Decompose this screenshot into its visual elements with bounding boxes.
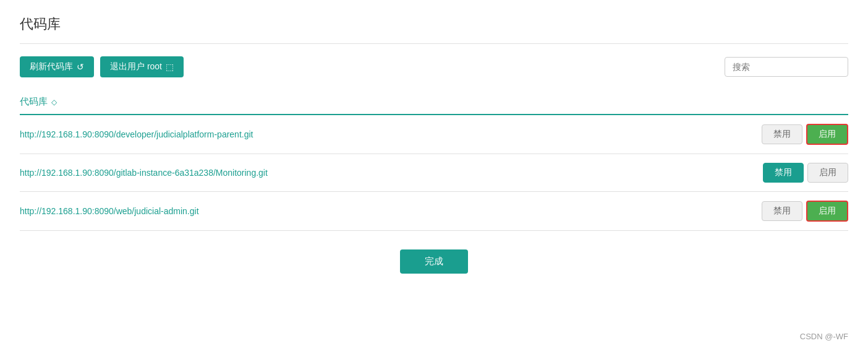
footer-text: CSDN @-WF xyxy=(800,332,848,341)
repo-url-3[interactable]: http://192.168.1.90:8090/web/judicial-ad… xyxy=(20,206,199,216)
enable-button-3[interactable]: 启用 xyxy=(806,201,848,222)
chevron-down-icon: ◇ xyxy=(51,98,57,106)
refresh-button[interactable]: 刷新代码库 ↺ xyxy=(20,56,94,77)
table-row: http://192.168.1.90:8090/gitlab-instance… xyxy=(20,154,848,192)
toolbar-left: 刷新代码库 ↺ 退出用户 root ⬚ xyxy=(20,56,184,77)
page-title: 代码库 xyxy=(20,15,848,33)
logout-label: 退出用户 root xyxy=(110,61,162,72)
page-divider xyxy=(20,43,848,44)
refresh-label: 刷新代码库 xyxy=(30,61,73,72)
disable-button-1[interactable]: 禁用 xyxy=(762,124,802,144)
section-header-label: 代码库 xyxy=(20,96,48,108)
disable-button-2[interactable]: 禁用 xyxy=(763,163,804,183)
section-header: 代码库 ◇ xyxy=(20,90,848,115)
refresh-icon: ↺ xyxy=(77,62,84,72)
repo-actions-1: 禁用 启用 xyxy=(762,124,848,145)
enable-button-1[interactable]: 启用 xyxy=(806,124,848,145)
search-area xyxy=(725,57,848,77)
logout-icon: ⬚ xyxy=(166,62,174,72)
table-row: http://192.168.1.90:8090/web/judicial-ad… xyxy=(20,192,848,231)
search-input[interactable] xyxy=(725,57,848,77)
enable-button-2[interactable]: 启用 xyxy=(807,163,848,183)
toolbar: 刷新代码库 ↺ 退出用户 root ⬚ xyxy=(20,56,848,77)
repo-list: http://192.168.1.90:8090/developer/judic… xyxy=(20,115,848,231)
repo-actions-2: 禁用 启用 xyxy=(763,163,848,183)
repo-actions-3: 禁用 启用 xyxy=(762,201,848,222)
page-container: 代码库 刷新代码库 ↺ 退出用户 root ⬚ 代码库 ◇ http://192… xyxy=(0,0,868,288)
repo-url-1[interactable]: http://192.168.1.90:8090/developer/judic… xyxy=(20,129,253,139)
logout-button[interactable]: 退出用户 root ⬚ xyxy=(100,56,184,77)
complete-button[interactable]: 完成 xyxy=(400,249,468,274)
disable-button-3[interactable]: 禁用 xyxy=(762,201,802,221)
repo-url-2[interactable]: http://192.168.1.90:8090/gitlab-instance… xyxy=(20,168,268,178)
table-row: http://192.168.1.90:8090/developer/judic… xyxy=(20,115,848,154)
